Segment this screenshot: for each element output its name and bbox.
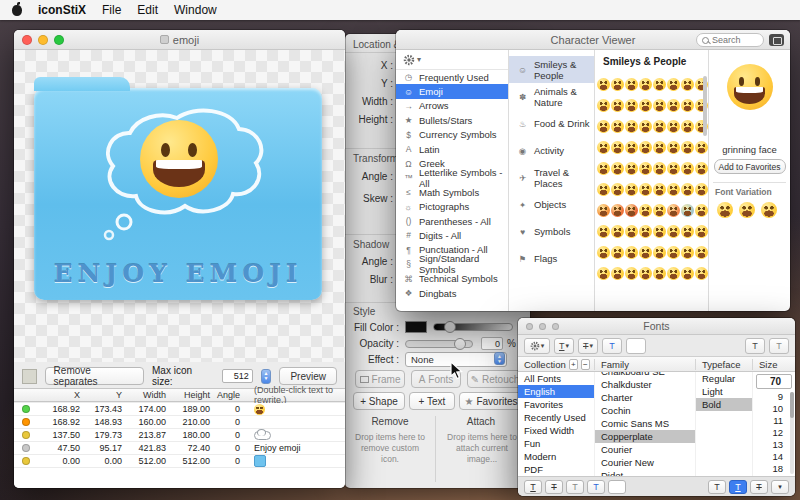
collection-item[interactable]: English xyxy=(518,385,594,398)
subcategory-item-flags[interactable]: ⚑Flags xyxy=(509,245,594,272)
fill-color-swatch[interactable] xyxy=(405,321,427,333)
background-color-well[interactable] xyxy=(608,480,626,494)
collection-item[interactable]: Favorites xyxy=(518,398,594,411)
emoji-cell[interactable] xyxy=(638,158,652,179)
shadow-blur-button[interactable]: T xyxy=(769,338,789,354)
emoji-cell[interactable] xyxy=(666,242,680,263)
emoji-cell[interactable] xyxy=(666,179,680,200)
emoji-cell[interactable] xyxy=(596,242,610,263)
emoji-cell[interactable] xyxy=(624,179,638,200)
emoji-cell[interactable] xyxy=(694,179,708,200)
opacity-slider[interactable] xyxy=(405,340,473,348)
size-item[interactable]: 18 xyxy=(753,463,795,475)
size-item[interactable]: 13 xyxy=(753,439,795,451)
copy-style-button[interactable]: T xyxy=(708,480,726,494)
zoom-button[interactable] xyxy=(54,35,64,45)
family-item[interactable]: Courier New xyxy=(595,456,695,469)
subcategory-item-symbols[interactable]: ♥Symbols xyxy=(509,218,594,245)
emoji-cell[interactable] xyxy=(694,158,708,179)
emoji-cell[interactable] xyxy=(596,221,610,242)
icon-canvas[interactable]: Enjoy emoji xyxy=(14,50,345,362)
frame-button[interactable]: Frame xyxy=(355,370,405,388)
emoji-cell[interactable] xyxy=(610,158,624,179)
family-item[interactable]: Chalkduster xyxy=(595,378,695,391)
category-item-technical-symbols[interactable]: ⌘Technical Symbols xyxy=(396,271,508,285)
style-underline-button[interactable]: T xyxy=(524,480,542,494)
apple-menu-icon[interactable] xyxy=(12,5,22,16)
effect-dropdown-arrows[interactable]: ▲▼ xyxy=(494,352,505,365)
size-scrollbar-thumb[interactable] xyxy=(790,392,794,418)
emoji-cell[interactable] xyxy=(666,116,680,137)
emoji-cell[interactable] xyxy=(624,200,638,221)
emoji-cell[interactable] xyxy=(652,74,666,95)
size-item[interactable]: 10 xyxy=(753,403,795,415)
minimize-button[interactable] xyxy=(539,323,546,330)
emoji-cell[interactable] xyxy=(624,74,638,95)
typeface-item[interactable]: Regular xyxy=(696,372,752,385)
size-scrollbar[interactable] xyxy=(790,392,794,474)
shadow-opacity-button[interactable]: T xyxy=(745,338,765,354)
emoji-cell[interactable] xyxy=(596,74,610,95)
variation-emoji[interactable] xyxy=(761,202,777,218)
emoji-cell[interactable] xyxy=(652,221,666,242)
add-shape-button[interactable]: + Shape xyxy=(353,392,405,410)
category-item-dingbats[interactable]: ❖Dingbats xyxy=(396,286,508,300)
collection-item[interactable]: All Fonts xyxy=(518,372,594,385)
emoji-cell[interactable] xyxy=(666,158,680,179)
menu-item-edit[interactable]: Edit xyxy=(137,3,158,17)
close-button[interactable] xyxy=(22,35,32,45)
category-item-frequently-used[interactable]: ◷Frequently Used xyxy=(396,70,508,84)
emoji-cell[interactable] xyxy=(680,221,694,242)
preview-button[interactable]: Preview xyxy=(279,367,337,385)
emoji-cell[interactable] xyxy=(694,242,708,263)
emoji-cell[interactable] xyxy=(638,263,652,284)
retouch-button[interactable]: ✎Retouch xyxy=(467,370,523,388)
emoji-cell[interactable] xyxy=(652,242,666,263)
emoji-cell[interactable] xyxy=(610,200,624,221)
collection-item[interactable]: Modern xyxy=(518,450,594,463)
folder-icon[interactable]: Enjoy emoji xyxy=(34,88,322,300)
emoji-cell[interactable] xyxy=(680,116,694,137)
emoji-cell[interactable] xyxy=(694,200,708,221)
emoji-cell[interactable] xyxy=(596,95,610,116)
category-item-pictographs[interactable]: ☼Pictographs xyxy=(396,200,508,214)
emoji-cell[interactable] xyxy=(610,221,624,242)
category-item-emoji[interactable]: ☺Emoji xyxy=(396,84,508,98)
opacity-value-field[interactable]: 0 xyxy=(481,337,503,350)
emoji-cell[interactable] xyxy=(638,221,652,242)
family-item[interactable]: Copperplate xyxy=(595,430,695,443)
category-item-latin[interactable]: ALatin xyxy=(396,142,508,156)
emoji-cell[interactable] xyxy=(596,116,610,137)
subcategory-item-animals-nature[interactable]: ✽Animals & Nature xyxy=(509,83,594,110)
size-item[interactable]: 11 xyxy=(753,415,795,427)
minimize-button[interactable] xyxy=(38,35,48,45)
size-value-field[interactable]: 70 xyxy=(756,374,792,389)
category-item-letterlike-symbols-all[interactable]: ™Letterlike Symbols - All xyxy=(396,171,508,185)
emoji-cell[interactable] xyxy=(652,137,666,158)
emoji-cell[interactable] xyxy=(624,221,638,242)
emoji-cell[interactable] xyxy=(610,74,624,95)
variation-emoji[interactable] xyxy=(739,202,755,218)
subcategory-item-food-drink[interactable]: ♨Food & Drink xyxy=(509,110,594,137)
emoji-cell[interactable] xyxy=(652,158,666,179)
emoji-cell[interactable] xyxy=(694,263,708,284)
emoji-cell[interactable] xyxy=(638,116,652,137)
size-item[interactable]: 12 xyxy=(753,427,795,439)
menu-app-name[interactable]: iconStiX xyxy=(38,3,86,17)
category-item-bullets-stars[interactable]: ★Bullets/Stars xyxy=(396,113,508,127)
typeface-item[interactable]: Bold xyxy=(696,398,752,411)
attach-dropzone[interactable]: Drop items here to attach current image.… xyxy=(443,432,521,465)
emoji-cell[interactable] xyxy=(680,200,694,221)
fill-gradient-knob[interactable] xyxy=(444,321,456,333)
clear-style-button[interactable]: T xyxy=(750,480,768,494)
emoji-cell[interactable] xyxy=(666,263,680,284)
emoji-cell[interactable] xyxy=(666,200,680,221)
category-item-digits-all[interactable]: #Digits - All xyxy=(396,228,508,242)
emoji-cell[interactable] xyxy=(680,263,694,284)
emoji-cell[interactable] xyxy=(610,179,624,200)
favorites-button[interactable]: ★Favorites xyxy=(459,392,523,410)
emoji-cell[interactable] xyxy=(652,116,666,137)
emoji-cell[interactable] xyxy=(624,263,638,284)
emoji-cell[interactable] xyxy=(680,74,694,95)
emoji-cell[interactable] xyxy=(610,95,624,116)
